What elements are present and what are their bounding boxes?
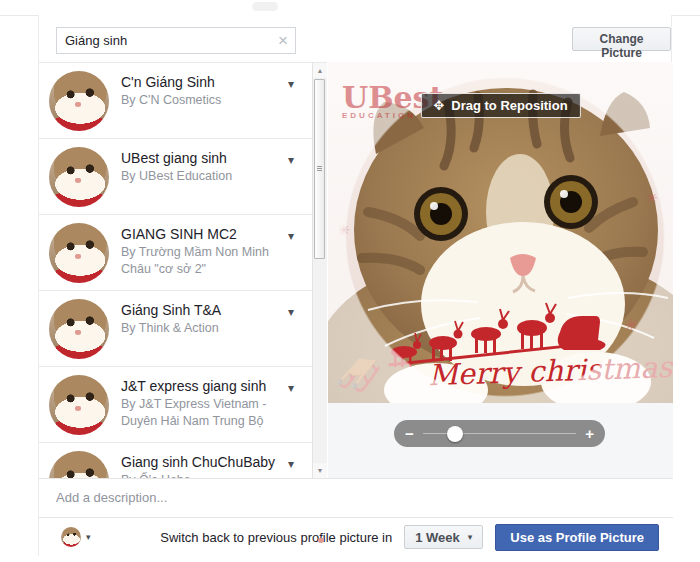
frame-title: Giáng Sinh T&A <box>121 299 302 318</box>
frame-list-item[interactable]: Giáng Sinh T&A By Think & Action ▾ <box>39 291 312 367</box>
audience-selector[interactable]: ▾ <box>61 527 91 547</box>
audience-caret-icon: ▾ <box>86 532 91 542</box>
frame-preview-thumbnail <box>49 71 109 131</box>
frame-search-input[interactable] <box>57 33 271 48</box>
zoom-slider-handle[interactable] <box>447 426 463 442</box>
frame-list-item[interactable]: UBest giang sinh By UBest Education ▾ <box>39 139 312 215</box>
frame-preview-thumbnail <box>49 223 109 283</box>
clear-search-icon[interactable]: × <box>271 32 295 49</box>
frame-search-box: × <box>56 27 296 54</box>
frame-author: By Think & Action <box>121 320 302 337</box>
duration-value: 1 Week <box>415 530 460 545</box>
footer-actions: Switch back to previous profile picture … <box>160 524 659 551</box>
description-section <box>39 478 673 517</box>
switch-back-label: Switch back to previous profile picture … <box>160 530 392 545</box>
frame-list-item[interactable]: C'n Giáng Sinh By C'N Cosmetics ▾ <box>39 63 312 139</box>
frame-list-item[interactable]: GIANG SINH MC2 By Trường Mầm Non Minh Ch… <box>39 215 312 291</box>
frame-title: Giang sinh ChuChuBaby <box>121 451 302 470</box>
duration-caret-icon: ▾ <box>468 532 473 542</box>
frame-list-item[interactable]: Giang sinh ChuChuBaby By Ố'c Hehe ▾ <box>39 443 312 478</box>
description-input[interactable] <box>56 490 658 505</box>
frame-options-caret-icon[interactable]: ▾ <box>288 381 294 395</box>
frame-preview-thumbnail <box>49 147 109 207</box>
frame-options-caret-icon[interactable]: ▾ <box>288 457 294 471</box>
frame-title: J&T express giang sinh <box>121 375 302 394</box>
scroll-up-icon[interactable]: ▲ <box>313 63 327 78</box>
profile-picture-dialog-page: × Change Picture C'n Giáng Sinh By C'N C… <box>0 0 700 562</box>
frame-author: By J&T Express Vietnam - Duyên Hải Nam T… <box>121 396 302 430</box>
frame-options-caret-icon[interactable]: ▾ <box>288 229 294 243</box>
frame-title: UBest giang sinh <box>121 147 302 166</box>
frame-preview-thumbnail <box>49 375 109 435</box>
profile-picture-preview: Merry christmas 🛷 ✳ ✳ ✳ UBest EDUCATION … <box>328 62 673 478</box>
frame-title: C'n Giáng Sinh <box>121 71 302 90</box>
frame-list: C'n Giáng Sinh By C'N Cosmetics ▾ UBest … <box>39 62 313 478</box>
drag-to-reposition-button[interactable]: ✥ Drag to Reposition <box>420 93 580 118</box>
duration-dropdown[interactable]: 1 Week ▾ <box>404 525 483 549</box>
use-as-profile-picture-button[interactable]: Use as Profile Picture <box>495 524 659 551</box>
preview-photo[interactable]: Merry christmas 🛷 ✳ ✳ ✳ UBest EDUCATION … <box>328 62 673 403</box>
page-artifact <box>252 2 278 11</box>
zoom-in-icon[interactable]: + <box>585 426 594 441</box>
frame-options-caret-icon[interactable]: ▾ <box>288 305 294 319</box>
zoom-slider[interactable]: − + <box>394 420 605 447</box>
move-icon: ✥ <box>433 98 444 113</box>
frame-title: GIANG SINH MC2 <box>121 223 302 242</box>
scroll-down-icon[interactable]: ▼ <box>313 463 327 478</box>
frame-options-caret-icon[interactable]: ▾ <box>288 153 294 167</box>
frame-preview-thumbnail <box>49 299 109 359</box>
profile-thumbnail <box>61 527 81 547</box>
frame-preview-thumbnail <box>49 451 109 478</box>
frame-author: By Trường Mầm Non Minh Châu "cơ sở 2" <box>121 244 302 278</box>
frame-options-caret-icon[interactable]: ▾ <box>288 77 294 91</box>
scrollbar-thumb[interactable] <box>314 79 325 259</box>
zoom-slider-track[interactable] <box>423 433 576 434</box>
frame-list-item[interactable]: J&T express giang sinh By J&T Express Vi… <box>39 367 312 443</box>
dialog-footer: ▾ Switch back to previous profile pictur… <box>39 517 673 556</box>
change-picture-button[interactable]: Change Picture <box>572 27 671 51</box>
frame-author: By UBest Education <box>121 168 302 185</box>
drag-to-reposition-label: Drag to Reposition <box>451 98 567 113</box>
profile-picture-dialog: × Change Picture C'n Giáng Sinh By C'N C… <box>38 15 672 556</box>
zoom-slider-zone: − + <box>328 403 673 478</box>
frame-author: By C'N Cosmetics <box>121 92 302 109</box>
zoom-out-icon[interactable]: − <box>405 426 414 441</box>
frame-list-scrollbar[interactable]: ▲ ▼ <box>313 62 327 478</box>
